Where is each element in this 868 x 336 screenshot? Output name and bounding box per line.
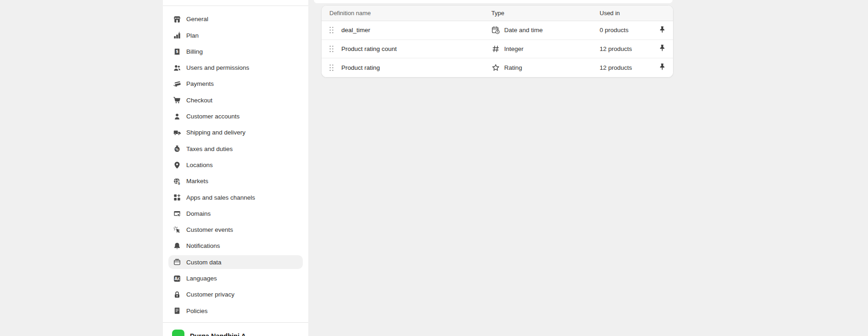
- used-in-count: 12 products: [600, 45, 653, 52]
- sidebar-item-label: Languages: [186, 275, 217, 282]
- sidebar-item-languages[interactable]: ALanguages: [168, 272, 303, 286]
- type-label: Date and time: [504, 27, 543, 34]
- sidebar-item-policies[interactable]: Policies: [168, 304, 303, 318]
- hash-icon: [491, 45, 500, 53]
- sidebar-item-locations[interactable]: Locations: [168, 158, 303, 172]
- notification-bell-icon: [173, 242, 181, 250]
- sidebar-item-markets[interactable]: $Markets: [168, 174, 303, 188]
- sidebar-item-label: Policies: [186, 308, 208, 314]
- definition-name: Product rating count: [341, 45, 397, 52]
- sidebar-top-divider: [163, 0, 308, 6]
- customer-person-icon: [173, 112, 181, 121]
- users-icon: [173, 64, 181, 72]
- table-header: Definition name Type Used in: [322, 6, 673, 21]
- sidebar-item-shipping-and-delivery[interactable]: Shipping and delivery: [168, 126, 303, 140]
- sidebar-item-notifications[interactable]: Notifications: [168, 239, 303, 253]
- definition-name-cell: Product rating: [322, 64, 491, 72]
- sidebar-item-label: Notifications: [186, 243, 220, 249]
- sidebar-item-label: Taxes and duties: [186, 146, 233, 152]
- definition-name-cell: Product rating count: [322, 45, 491, 53]
- sidebar-item-label: Custom data: [186, 259, 222, 266]
- sidebar-item-customer-events[interactable]: Customer events: [168, 223, 303, 237]
- store-avatar: [172, 330, 184, 336]
- svg-text:%: %: [176, 148, 179, 151]
- plan-chart-icon: [173, 31, 181, 39]
- sidebar-item-billing[interactable]: $Billing: [168, 45, 303, 59]
- shipping-truck-icon: [173, 129, 181, 137]
- star-icon: [491, 63, 500, 72]
- metafield-definitions-table: Definition name Type Used in deal_timerD…: [321, 5, 673, 78]
- pin-toggle-button[interactable]: [657, 62, 667, 73]
- type-label: Integer: [504, 45, 523, 52]
- sidebar-item-customer-accounts[interactable]: Customer accounts: [168, 110, 303, 123]
- definition-name: Product rating: [341, 64, 380, 71]
- svg-text:$: $: [176, 49, 178, 53]
- taxes-bag-icon: %: [173, 145, 181, 153]
- sidebar-item-customer-privacy[interactable]: Customer privacy: [168, 288, 303, 302]
- languages-translate-icon: A: [173, 274, 181, 283]
- type-cell: Rating: [491, 63, 600, 72]
- sidebar-item-custom-data[interactable]: Custom data: [168, 255, 303, 269]
- table-row[interactable]: Product rating countInteger12 products: [322, 40, 673, 59]
- custom-data-icon: [173, 258, 181, 266]
- pin-toggle-button[interactable]: [657, 43, 667, 54]
- sidebar-item-plan[interactable]: Plan: [168, 28, 303, 42]
- sidebar-item-checkout[interactable]: Checkout: [168, 93, 303, 107]
- checkout-cart-icon: [173, 96, 181, 104]
- table-row[interactable]: Product ratingRating12 products: [322, 58, 673, 77]
- table-body: deal_timerDate and time0 productsProduct…: [322, 21, 673, 77]
- markets-globe-icon: $: [173, 177, 181, 185]
- pin-cell: [653, 25, 673, 36]
- sidebar-item-label: Shipping and delivery: [186, 129, 245, 136]
- sidebar-item-label: Customer accounts: [186, 113, 239, 120]
- policies-document-icon: [173, 307, 181, 315]
- sidebar-item-domains[interactable]: Domains: [168, 207, 303, 221]
- drag-handle-icon[interactable]: [329, 64, 334, 72]
- store-name: Durga Nandhini A: [190, 332, 246, 336]
- settings-sidebar: GeneralPlan$BillingUsers and permissions…: [163, 0, 308, 336]
- drag-handle-icon[interactable]: [329, 45, 334, 53]
- column-header-definition-name: Definition name: [322, 10, 491, 17]
- sidebar-item-label: Apps and sales channels: [186, 195, 255, 201]
- sidebar-item-users-and-permissions[interactable]: Users and permissions: [168, 61, 303, 75]
- pin-cell: [653, 43, 673, 54]
- definition-name-cell: deal_timer: [322, 26, 491, 34]
- apps-grid-icon: [173, 193, 181, 202]
- settings-nav: GeneralPlan$BillingUsers and permissions…: [163, 6, 308, 318]
- sidebar-item-label: Markets: [186, 178, 208, 185]
- store-icon: [173, 15, 181, 23]
- pin-icon: [658, 63, 666, 72]
- svg-text:$: $: [178, 181, 180, 185]
- definition-name: deal_timer: [341, 27, 370, 34]
- sidebar-item-payments[interactable]: Payments: [168, 77, 303, 91]
- store-switcher[interactable]: Durga Nandhini A: [163, 322, 308, 336]
- page-root: { "colors": { "page_background": "#f0f0f…: [0, 0, 868, 336]
- sidebar-item-label: Locations: [186, 162, 213, 168]
- table-row[interactable]: deal_timerDate and time0 products: [322, 21, 673, 40]
- sidebar-item-taxes-and-duties[interactable]: %Taxes and duties: [168, 142, 303, 156]
- sidebar-item-apps-and-sales-channels[interactable]: Apps and sales channels: [168, 190, 303, 204]
- sidebar-item-label: Payments: [186, 81, 214, 87]
- sidebar-item-label: General: [186, 16, 208, 22]
- type-cell: Date and time: [491, 26, 600, 34]
- sidebar-item-label: Domains: [186, 211, 211, 217]
- scrolled-card-remnant: [314, 0, 673, 3]
- pin-icon: [658, 26, 666, 35]
- column-header-used-in: Used in: [600, 10, 653, 17]
- payments-card-icon: [173, 80, 181, 88]
- sidebar-item-label: Customer privacy: [186, 291, 234, 298]
- drag-handle-icon[interactable]: [329, 26, 334, 34]
- billing-receipt-icon: $: [173, 48, 181, 56]
- used-in-count: 0 products: [600, 27, 653, 34]
- pin-toggle-button[interactable]: [657, 25, 667, 36]
- type-label: Rating: [504, 64, 522, 71]
- column-header-type: Type: [491, 10, 600, 17]
- domains-window-icon: [173, 210, 181, 218]
- location-pin-icon: [173, 161, 181, 169]
- sidebar-item-label: Billing: [186, 49, 203, 55]
- pin-icon: [658, 44, 666, 53]
- sidebar-item-label: Plan: [186, 33, 199, 39]
- sidebar-item-label: Users and permissions: [186, 65, 249, 71]
- events-cursor-icon: [173, 226, 181, 234]
- sidebar-item-general[interactable]: General: [168, 12, 303, 26]
